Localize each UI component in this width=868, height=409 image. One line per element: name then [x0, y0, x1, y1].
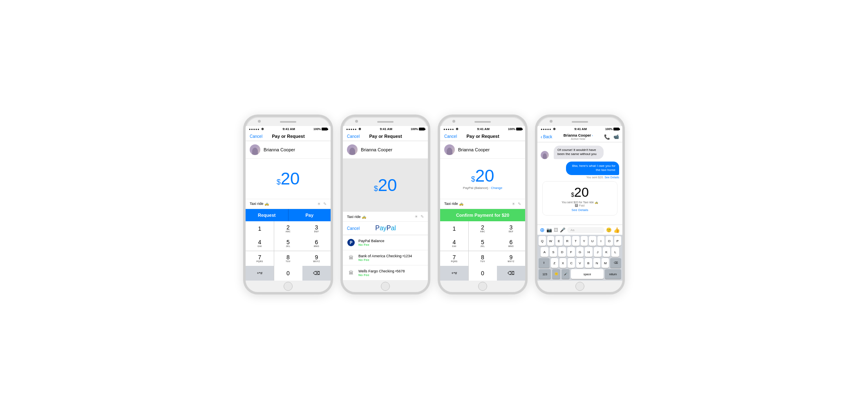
kb-y[interactable]: Y	[581, 236, 588, 246]
key3-4[interactable]: 4GHI	[440, 236, 468, 251]
cancel-button-3[interactable]: Cancel	[444, 134, 457, 139]
emoji-icon[interactable]: 🙂	[606, 227, 612, 233]
kb-u[interactable]: U	[589, 236, 596, 246]
battery-icon-3	[516, 128, 522, 130]
kb-s[interactable]: S	[550, 247, 557, 257]
see-details-link-2[interactable]: See Details	[572, 208, 588, 212]
request-button-1[interactable]: Request	[246, 209, 289, 221]
key-0[interactable]: 0	[274, 266, 302, 281]
kb-backspace[interactable]: ⌫	[610, 258, 621, 268]
kb-c[interactable]: C	[568, 258, 575, 268]
cancel-button-2[interactable]: Cancel	[347, 134, 360, 139]
wells-option[interactable]: 🏛 Wells Fargo Checking •5678 No Fee	[343, 265, 428, 281]
signal-dots-4: ●●●●●	[541, 128, 551, 130]
video-call-icon[interactable]: 📹	[613, 134, 619, 140]
kb-n[interactable]: N	[593, 258, 601, 268]
contact-row-2: Brianna Cooper	[343, 141, 428, 159]
kb-return[interactable]: return	[605, 269, 621, 279]
back-button[interactable]: ‹ Back	[541, 134, 552, 140]
kb-r[interactable]: R	[564, 236, 571, 246]
avatar-silhouette-1	[252, 148, 258, 155]
kb-g[interactable]: G	[576, 247, 584, 257]
kb-m[interactable]: M	[602, 258, 609, 268]
key-special[interactable]: +*#	[246, 266, 274, 281]
kb-j[interactable]: J	[594, 247, 602, 257]
key-1[interactable]: 1	[246, 221, 274, 236]
battery-fill-3	[517, 128, 521, 130]
kb-t[interactable]: T	[572, 236, 579, 246]
key3-0[interactable]: 0	[469, 266, 497, 281]
pay-button-1[interactable]: Pay	[289, 209, 331, 221]
message-input[interactable]: Aa	[567, 227, 604, 233]
key3-backspace[interactable]: ⌫	[497, 266, 525, 281]
kb-v[interactable]: V	[576, 258, 584, 268]
key-7[interactable]: 7PQRS	[246, 251, 274, 266]
plus-icon[interactable]: ⊕	[540, 227, 545, 233]
kb-e[interactable]: E	[555, 236, 563, 246]
thumb-up-icon[interactable]: 👍	[613, 227, 620, 233]
image-icon[interactable]: 🖼	[554, 227, 558, 232]
kb-p[interactable]: P	[614, 236, 622, 246]
key-backspace[interactable]: ⌫	[302, 266, 331, 281]
kb-z[interactable]: Z	[551, 258, 558, 268]
key3-1[interactable]: 1	[440, 221, 468, 236]
key-8[interactable]: 8TUV	[274, 251, 302, 266]
note-text-2: Taxi ride 🚕	[347, 215, 366, 219]
confirm-payment-button[interactable]: Confirm Payment for $20	[440, 209, 525, 221]
kb-f[interactable]: F	[567, 247, 575, 257]
kb-h[interactable]: H	[585, 247, 593, 257]
change-method-link[interactable]: Change	[491, 186, 502, 190]
contact-name-2: Brianna Cooper	[361, 147, 392, 152]
battery-area-2: 100%	[411, 128, 425, 130]
nav-title-3: Pay or Request	[467, 134, 499, 139]
kb-emoji[interactable]: 🙂	[552, 269, 560, 279]
key3-7[interactable]: 7PQRS	[440, 251, 468, 266]
cancel-button-1[interactable]: Cancel	[250, 134, 262, 139]
kb-o[interactable]: O	[606, 236, 613, 246]
phone-call-icon[interactable]: 📞	[604, 134, 610, 140]
camera-input-icon[interactable]: 📷	[546, 227, 552, 233]
key-2[interactable]: 2ABC	[274, 221, 302, 236]
kb-k[interactable]: K	[603, 247, 611, 257]
kb-x[interactable]: X	[559, 258, 567, 268]
key-3[interactable]: 3DEF	[302, 221, 331, 236]
status-time-2: 9:41 AM	[380, 127, 392, 131]
bofa-option[interactable]: 🏛 Bank of America Checking •1234 No Fee	[343, 250, 428, 265]
see-details-link-1[interactable]: See Details	[604, 176, 619, 179]
signal-area-2: ●●●●● ⊛	[346, 127, 361, 131]
paypal-icon-small: 🅿	[575, 204, 578, 207]
key3-5[interactable]: 5JKL	[469, 236, 497, 251]
key-6[interactable]: 6MNO	[302, 236, 331, 251]
kb-shift[interactable]: ⇧	[539, 258, 550, 268]
home-button-4[interactable]	[575, 282, 584, 291]
key3-8[interactable]: 8TUV	[469, 251, 497, 266]
kb-q[interactable]: Q	[539, 236, 546, 246]
key3-special[interactable]: +*#	[440, 266, 468, 281]
key3-6[interactable]: 6MNO	[497, 236, 525, 251]
home-button-3[interactable]	[478, 282, 487, 291]
kb-mic[interactable]: 🎤	[562, 269, 570, 279]
kb-b[interactable]: B	[585, 258, 592, 268]
paypal-cancel-btn[interactable]: Cancel	[347, 226, 360, 231]
key-5[interactable]: 5JKL	[274, 236, 302, 251]
key3-2[interactable]: 2ABC	[469, 221, 497, 236]
kb-a[interactable]: A	[541, 247, 548, 257]
note-row-3[interactable]: Taxi ride 🚕 ☀ ✎	[440, 199, 525, 209]
key-9[interactable]: 9WXYZ	[302, 251, 331, 266]
paypal-balance-option[interactable]: P PayPal Balance No Fee	[343, 235, 428, 250]
key3-3[interactable]: 3DEF	[497, 221, 525, 236]
kb-space[interactable]: space	[571, 269, 604, 279]
kb-123[interactable]: 123	[539, 269, 551, 279]
key-4[interactable]: 4GHI	[246, 236, 274, 251]
kb-w[interactable]: W	[547, 236, 555, 246]
home-button-2[interactable]	[381, 282, 390, 291]
kb-d[interactable]: D	[558, 247, 566, 257]
note-row-1[interactable]: Taxi ride 🚕 ☀ ✎	[246, 199, 331, 209]
mic-icon[interactable]: 🎤	[560, 227, 566, 233]
home-button-1[interactable]	[284, 282, 293, 291]
key3-9[interactable]: 9WXYZ	[497, 251, 525, 266]
kb-l[interactable]: L	[611, 247, 619, 257]
kb-i[interactable]: I	[597, 236, 605, 246]
paypal-logo-al: al	[391, 225, 396, 231]
note-row-2[interactable]: Taxi ride 🚕 ☀ ✎	[343, 211, 428, 222]
